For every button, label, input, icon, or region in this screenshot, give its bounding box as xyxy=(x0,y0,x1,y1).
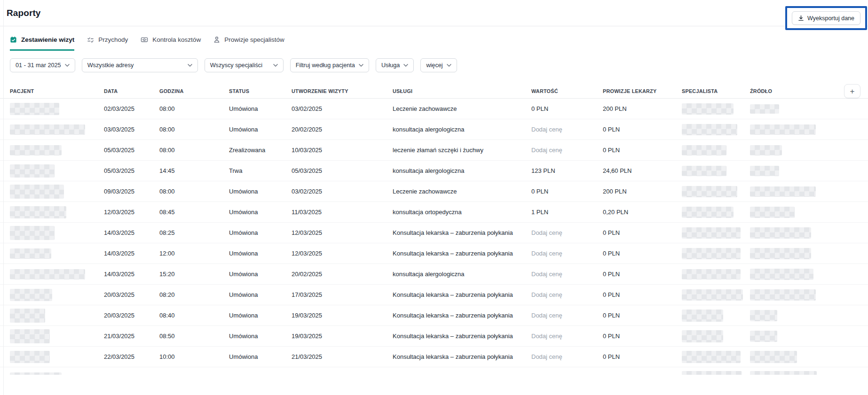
specialist-redacted xyxy=(682,289,743,301)
chevron-down-icon xyxy=(447,64,451,67)
column-header-uslugi: USŁUGI xyxy=(393,88,531,94)
add-column-button[interactable]: + xyxy=(844,84,860,98)
cell-status: Umówiona xyxy=(229,271,292,278)
report-tabs: Zestawienie wizyt Przychody Kontrola kos… xyxy=(0,26,868,51)
tab-zestawienie-wizyt[interactable]: Zestawienie wizyt xyxy=(10,36,74,51)
add-price-link[interactable]: Dodaj cenę xyxy=(531,353,598,360)
table-row[interactable]: 14/03/202508:25Umówiona12/03/2025Konsult… xyxy=(0,223,868,243)
cell-status: Umówiona xyxy=(229,209,292,216)
cell-date: 20/03/2025 xyxy=(104,291,159,298)
table-row[interactable]: 14/03/202512:00Umówiona12/03/2025Konsult… xyxy=(0,243,868,264)
tab-przychody[interactable]: Przychody xyxy=(87,36,128,51)
cell-created: 17/03/2025 xyxy=(292,291,393,298)
cell-services: konsultacja alergologiczna xyxy=(393,126,531,133)
cell-commission: 0 PLN xyxy=(603,147,682,154)
table-row[interactable]: 20/03/202508:20Umówiona17/03/2025Konsult… xyxy=(0,285,868,305)
cell-time: 08:25 xyxy=(159,229,229,236)
cell-created: 12/03/2025 xyxy=(292,229,393,236)
address-filter[interactable]: Wszystkie adresy xyxy=(82,58,198,72)
cell-services: leczenie złamań szczęki i żuchwy xyxy=(393,147,531,154)
table-row[interactable]: 29/03/202508:00Umówiona26/03/2025Konsult… xyxy=(0,367,868,375)
cell-created: 12/03/2025 xyxy=(292,250,393,257)
add-price-link[interactable]: Dodaj cenę xyxy=(531,229,598,236)
specialist-redacted xyxy=(682,371,742,375)
specialist-redacted xyxy=(682,166,726,176)
patient-filter[interactable]: Filtruj według pacjenta xyxy=(290,58,369,72)
cell-time: 08:50 xyxy=(159,333,229,340)
cell-specialist xyxy=(682,330,750,342)
cell-services: konsultacja alergologiczna xyxy=(393,167,531,174)
cell-time: 08:40 xyxy=(159,312,229,319)
source-redacted xyxy=(750,248,811,259)
export-button[interactable]: Wyeksportuj dane xyxy=(792,11,860,25)
table-row[interactable]: 02/03/202508:00Umówiona03/02/2025Leczeni… xyxy=(0,99,868,119)
cell-specialist xyxy=(682,207,750,218)
cell-patient xyxy=(10,329,104,343)
table-row[interactable]: 12/03/202508:45Umówiona11/03/2025konsult… xyxy=(0,202,868,223)
cell-date: 14/03/2025 xyxy=(104,229,159,236)
column-header-wartosc: WARTOŚĆ xyxy=(531,88,603,94)
table-row[interactable]: 14/03/202515:20Umówiona20/02/2025konsult… xyxy=(0,264,868,285)
table-row[interactable]: 09/03/202508:00Umówiona03/02/2025Leczeni… xyxy=(0,181,868,202)
service-filter[interactable]: Usługa xyxy=(376,58,414,72)
specialist-redacted xyxy=(682,351,741,363)
specialist-filter[interactable]: Wszyscy specjaliści xyxy=(205,58,284,72)
cell-time: 08:00 xyxy=(159,147,229,154)
cell-status: Umówiona xyxy=(229,312,292,319)
cell-created: 19/03/2025 xyxy=(292,333,393,340)
cell-commission: 0 PLN xyxy=(603,374,682,375)
cell-time: 08:00 xyxy=(159,374,229,375)
add-price-link[interactable]: Dodaj cenę xyxy=(531,312,598,319)
add-price-link[interactable]: Dodaj cenę xyxy=(531,333,598,340)
cell-date: 20/03/2025 xyxy=(104,312,159,319)
cell-created: 03/02/2025 xyxy=(292,188,393,195)
cell-specialist xyxy=(682,186,750,197)
top-bar: Raporty xyxy=(0,0,868,26)
cell-commission: 200 PLN xyxy=(603,105,682,112)
cell-commission: 0 PLN xyxy=(603,126,682,133)
cell-commission: 0,20 PLN xyxy=(603,209,682,216)
cell-source xyxy=(750,351,843,363)
table-row[interactable]: 03/03/202508:00Umówiona20/02/2025konsult… xyxy=(0,119,868,140)
table-row[interactable]: 21/03/202508:50Umówiona19/03/2025Konsult… xyxy=(0,326,868,347)
add-price-link[interactable]: Dodaj cenę xyxy=(531,250,598,257)
cell-services: Konsultacja lekarska – zaburzenia połyka… xyxy=(393,374,531,375)
cell-source xyxy=(750,124,843,135)
add-price-link[interactable]: Dodaj cenę xyxy=(531,271,598,278)
cell-created: 19/03/2025 xyxy=(292,312,393,319)
add-price-link[interactable]: Dodaj cenę xyxy=(531,147,598,154)
cell-date: 14/03/2025 xyxy=(104,250,159,257)
table-row[interactable]: 05/03/202514:45Trwa05/03/2025konsultacja… xyxy=(0,161,868,181)
patient-redacted xyxy=(10,185,64,199)
cell-value: Dodaj cenę xyxy=(531,147,603,154)
table-row[interactable]: 20/03/202508:40Umówiona19/03/2025Konsult… xyxy=(0,305,868,326)
cell-specialist xyxy=(682,166,750,176)
cell-services: Konsultacja lekarska – zaburzenia połyka… xyxy=(393,229,531,236)
cell-patient xyxy=(10,145,104,155)
chevron-down-icon xyxy=(65,64,70,67)
cell-source xyxy=(750,227,843,239)
cell-time: 08:20 xyxy=(159,291,229,298)
date-range-filter[interactable]: 01 - 31 mar 2025 xyxy=(10,58,75,72)
tab-prowizje-specjalistow[interactable]: Prowizje specjalistów xyxy=(213,36,284,51)
cell-created: 20/02/2025 xyxy=(292,126,393,133)
tab-kontrola-kosztow[interactable]: Kontrola kosztów xyxy=(141,36,201,51)
cell-commission: 24,60 PLN xyxy=(603,167,682,174)
cell-patient xyxy=(10,309,104,323)
cell-patient xyxy=(10,226,104,240)
cell-date: 03/03/2025 xyxy=(104,126,159,133)
more-filters-button[interactable]: więcej xyxy=(420,58,457,72)
cell-patient xyxy=(10,185,104,199)
add-price-link[interactable]: Dodaj cenę xyxy=(531,374,598,375)
cell-source xyxy=(750,104,843,114)
add-price-link[interactable]: Dodaj cenę xyxy=(531,126,598,133)
table-row[interactable]: 22/03/202510:00Umówiona21/03/2025Konsult… xyxy=(0,347,868,367)
cell-patient xyxy=(10,248,104,259)
add-price-link[interactable]: Dodaj cenę xyxy=(531,291,598,298)
address-filter-value: Wszystkie adresy xyxy=(87,62,134,69)
source-redacted xyxy=(750,269,813,280)
cell-value: Dodaj cenę xyxy=(531,374,603,375)
table-row[interactable]: 05/03/202508:00Zrealizowana10/03/2025lec… xyxy=(0,140,868,161)
tab-label: Prowizje specjalistów xyxy=(224,36,284,43)
cell-value: 1 PLN xyxy=(531,209,603,216)
